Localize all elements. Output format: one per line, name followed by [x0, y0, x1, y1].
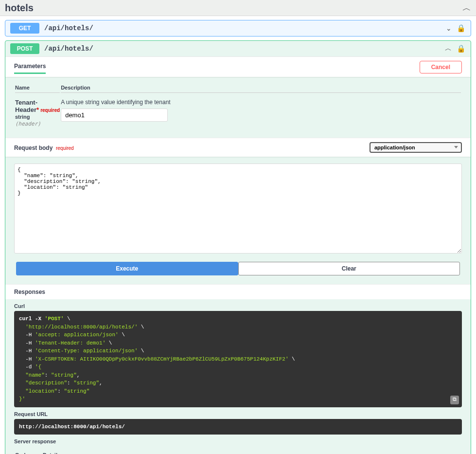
parameters-table: Name Description Tenant-Header*required … [14, 82, 462, 133]
param-row: Tenant-Header*required string (header) A… [15, 94, 461, 132]
col-code: Code [15, 450, 42, 454]
method-badge-get: GET [10, 23, 39, 34]
request-body-title: Request body [14, 145, 53, 151]
col-desc: Description [61, 83, 461, 93]
required-label: required [39, 108, 60, 113]
execute-button[interactable]: Execute [16, 262, 238, 275]
param-description: A unique string value identifying the te… [61, 99, 461, 106]
opblock-summary-post[interactable]: POST /api/hotels/ ︿ 🔒 [5, 41, 471, 56]
opblock-post: POST /api/hotels/ ︿ 🔒 Parameters Cancel … [5, 40, 471, 454]
param-type: string [15, 114, 30, 120]
chevron-down-icon[interactable]: ⌄ [446, 24, 452, 32]
curl-title: Curl [14, 299, 462, 311]
curl-block: curl -X 'POST' \ 'http://localhost:8000/… [14, 311, 462, 407]
path-post: /api/hotels/ [44, 45, 93, 53]
lock-icon[interactable]: 🔒 [457, 44, 466, 53]
col-details: Details [43, 450, 461, 454]
response-table: Code Details 201 Response body { "id": 2… [14, 449, 462, 454]
chevron-up-icon[interactable]: ︿ [445, 44, 452, 53]
copy-icon[interactable]: ⧉ [450, 396, 459, 404]
media-type-select[interactable]: application/json [370, 142, 462, 153]
request-url-block: http://localhost:8000/api/hotels/ [14, 419, 462, 435]
tag-name: hotels [5, 2, 34, 14]
opblock-summary-get[interactable]: GET /api/hotels/ ⌄ 🔒 [5, 20, 471, 36]
path-get: /api/hotels/ [44, 24, 93, 32]
request-body-header: Request body required application/json [5, 138, 471, 157]
param-name: Tenant-Header [15, 99, 37, 113]
param-location: (header) [15, 121, 41, 127]
col-name: Name [15, 83, 60, 93]
parameters-header: Parameters Cancel [5, 56, 471, 77]
tag-header[interactable]: hotels ︿ [0, 0, 476, 16]
lock-icon[interactable]: 🔒 [457, 24, 466, 33]
parameters-tab[interactable]: Parameters [14, 60, 46, 74]
server-response-title: Server response [14, 435, 462, 446]
request-body-editor[interactable]: { "name": "string", "description": "stri… [14, 163, 462, 254]
request-url-title: Request URL [14, 407, 462, 419]
method-badge-post: POST [10, 43, 39, 54]
request-body-required: required [54, 145, 74, 151]
cancel-button[interactable]: Cancel [420, 61, 462, 73]
chevron-up-icon[interactable]: ︿ [462, 2, 471, 14]
opblock-get: GET /api/hotels/ ⌄ 🔒 [5, 20, 471, 36]
tenant-header-input[interactable] [61, 109, 168, 122]
responses-title: Responses [5, 284, 471, 299]
clear-button[interactable]: Clear [238, 262, 460, 275]
